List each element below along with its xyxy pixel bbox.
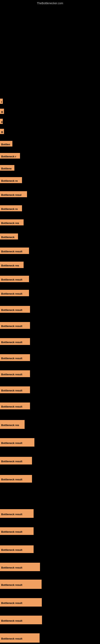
bottleneck-result-label: Bottleneck result	[0, 580, 42, 589]
site-title: TheBottlenecker.com	[0, 0, 100, 6]
bottleneck-result-label: Bottleneck result	[0, 322, 30, 329]
bottleneck-result-label: Bottleneck result	[0, 616, 42, 624]
bottleneck-result-label: Bottleneck result	[0, 633, 40, 642]
bottleneck-result-label: Bottleneck result	[0, 438, 34, 446]
bottleneck-result-label: Bottleneck result	[0, 402, 30, 409]
bottleneck-result-label: Bottleneck res	[0, 420, 25, 429]
bottleneck-result-label: Bottleneck result	[0, 386, 30, 393]
bottleneck-result-label: Bottleneck res	[0, 262, 24, 268]
bottleneck-result-label: Bottleneck result	[0, 457, 32, 464]
bottleneck-result-label: Bottleneck	[0, 234, 18, 240]
bottleneck-result-label: Bottleneck result	[0, 290, 29, 296]
bottleneck-result-label: Bottleneck result	[0, 563, 40, 571]
bottleneck-result-label: Bottleneck result	[0, 306, 30, 313]
bottleneck-result-label: Bottleneck re	[0, 205, 22, 211]
bottleneck-result-label: Bottleneck result	[0, 527, 34, 535]
bottleneck-result-label: Bottleneck result	[0, 475, 32, 482]
bottleneck-result-label: Bottleneck re	[0, 177, 22, 183]
bottleneck-result-label: Bottleneck result	[0, 598, 42, 606]
bottleneck-result-label: B	[0, 109, 4, 114]
bottleneck-result-label: Bottleneck res	[0, 219, 24, 226]
bottleneck-result-label: Bottleneck result	[0, 509, 34, 518]
bottleneck-result-label: E	[0, 119, 3, 124]
bottleneck-result-label: Bottleneck result	[0, 370, 30, 377]
bottleneck-result-label: Bottlene	[0, 165, 14, 171]
bottleneck-result-label: Bottleneck result	[0, 338, 30, 345]
bottleneck-result-label: B	[0, 129, 4, 134]
bottleneck-result-label: Bottleneck resul	[0, 191, 27, 197]
bottleneck-result-label: Bottleneck result	[0, 248, 29, 254]
bottleneck-result-label: Bottleneck r	[0, 153, 20, 158]
bottleneck-result-label: I	[0, 98, 3, 104]
bottleneck-result-label: Bottleneck result	[0, 546, 34, 553]
bottleneck-result-label: Bottlen	[0, 141, 12, 146]
bottleneck-result-label: Bottleneck result	[0, 354, 30, 361]
bottleneck-result-label: Bottleneck result	[0, 276, 29, 282]
